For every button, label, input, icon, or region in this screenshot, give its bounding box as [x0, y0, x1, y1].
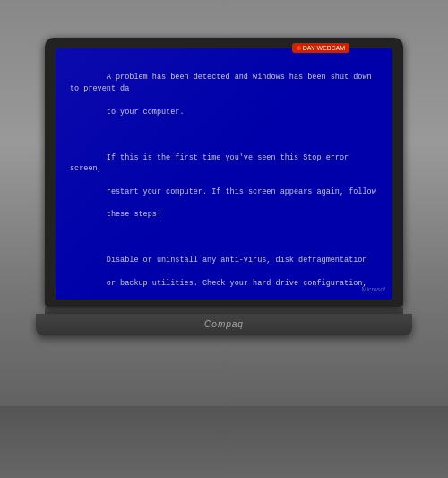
webcam-label: DAY WEBCAM	[303, 45, 345, 51]
webcam-badge: DAY WEBCAM	[292, 43, 349, 53]
laptop-base: Compaq	[36, 314, 412, 335]
bsod-line5: restart your computer. If this screen ap…	[107, 187, 376, 196]
bsod-screen: A problem has been detected and windows …	[56, 48, 392, 300]
bsod-line2: to your computer.	[107, 108, 185, 117]
laptop-hinge	[45, 307, 403, 314]
microsoft-watermark: Microsof	[362, 286, 385, 292]
laptop: DAY WEBCAM A problem has been detected a…	[36, 38, 412, 468]
bsod-text-content: A problem has been detected and windows …	[70, 61, 378, 300]
laptop-brand-logo: Compaq	[204, 319, 244, 329]
bsod-line4: If this is the first time you've seen th…	[70, 153, 353, 174]
bsod-line6: these steps:	[107, 210, 161, 219]
bsod-line9: or backup utilities. Check your hard dri…	[107, 279, 367, 288]
laptop-screen-lid: DAY WEBCAM A problem has been detected a…	[45, 38, 403, 307]
webcam-indicator-dot	[297, 46, 301, 50]
bsod-line8: Disable or uninstall any anti-virus, dis…	[107, 256, 367, 265]
bsod-line1: A problem has been detected and windows …	[70, 73, 376, 93]
